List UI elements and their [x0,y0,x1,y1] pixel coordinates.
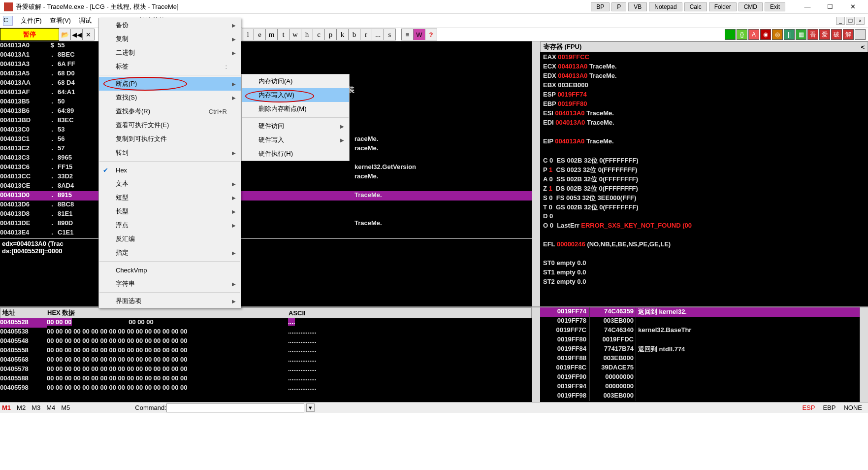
disasm-row[interactable]: 004013A1.8BEC [0,51,532,60]
context-submenu[interactable]: 内存访问(A)内存写入(W)删除内存断点(M)硬件访问▶硬件写入▶硬件执行(H) [241,74,350,161]
menu-item[interactable]: 转到▶ [99,146,241,160]
stack-row[interactable]: 0019FF8477417B74返回到 ntdll.774 [540,345,860,354]
title-btn-exit[interactable]: Exit [765,2,785,11]
letter-btn-b[interactable]: b [348,29,360,40]
menu-item[interactable]: 内存写入(W) [242,88,349,102]
stack-row[interactable]: 0019FF98003EB000 [540,392,860,401]
menu-item[interactable]: 查看(V) [46,15,75,26]
open-icon[interactable]: 📂 [59,29,71,40]
disasm-row[interactable]: 004013C6.FF15x404044]kernel32.GetVersion [0,163,532,172]
sq-11[interactable]: 解 [843,29,854,40]
window-icon[interactable]: W [413,29,425,40]
menu-item[interactable]: 二进制▶ [99,46,241,60]
stack-body[interactable]: 0019FF7474C46359返回到 kernel32.0019FF78003… [540,307,860,402]
status-marker[interactable]: M3 [32,404,40,411]
letter-btn-e[interactable]: e [254,29,266,40]
letter-btn-l[interactable]: l [242,29,254,40]
minimize-button[interactable]: — [796,0,819,13]
letter-btn-p[interactable]: p [324,29,337,40]
disasm-row[interactable]: 004013D6.8BC8 [0,201,532,210]
title-btn-notepad[interactable]: Notepad [649,2,682,11]
letter-btn-w[interactable]: w [289,29,301,40]
sq-12[interactable] [855,29,866,40]
register-header[interactable]: 寄存器 (FPU) < [540,41,868,52]
menu-item[interactable]: 文件(F) [17,15,46,26]
stack-row[interactable]: 0019FF9000000000 [540,373,860,382]
sq-3[interactable]: A [748,29,759,40]
menu-item[interactable]: ✔Hex [99,163,241,177]
stack-row[interactable]: 0019FF7474C46359返回到 kernel32. [540,307,860,317]
hex-header[interactable]: 地址 HEX 数据 ASCII [0,307,532,318]
menu-item[interactable]: 长型▶ [99,204,241,218]
letter-btn-c[interactable]: c [313,29,325,40]
title-btn-cmd[interactable]: CMD [739,2,763,11]
title-btn-vb[interactable]: VB [628,2,647,11]
sq-4[interactable]: ◉ [760,29,771,40]
title-btn-calc[interactable]: Calc [684,2,707,11]
menu-item[interactable]: 查找(S)▶ [99,91,241,104]
sq-10[interactable]: 破 [831,29,842,40]
help-icon[interactable]: ? [425,29,437,40]
disasm-row[interactable]: 004013DE.890D405524],ecxTraceMe. [0,219,532,229]
hex-row[interactable]: 0040558800 00 00 00 00 00 00 00 00 00 00… [0,374,532,384]
mdi-restore[interactable]: ❐ [846,17,855,25]
menu-item[interactable]: 查找参考(R)Ctrl+R [99,104,241,118]
list-icon[interactable]: ≡ [401,29,414,40]
disasm-row[interactable]: 004013CC.33D2raceMe. [0,172,532,182]
mdi-min[interactable]: _ [836,17,845,25]
menu-item[interactable]: 删除内存断点(M) [242,102,349,116]
close-button[interactable]: ✕ [841,0,864,13]
menu-item[interactable]: 复制▶ [99,32,241,46]
menu-item[interactable]: 字符串▶ [99,277,241,291]
mdi-close[interactable]: × [856,17,865,25]
menu-item[interactable]: 硬件访问▶ [242,119,349,133]
menu-item[interactable]: 备份▶ [99,18,241,32]
rewind-icon[interactable]: ◀◀ [70,29,83,40]
sq-5[interactable]: ◎ [772,29,783,40]
menu-item[interactable]: 界面选项▶ [99,294,241,308]
menu-item[interactable]: 查看可执行文件(E) [99,118,241,132]
disasm-row[interactable]: 004013CE.8AD4 [0,182,532,191]
sq-8[interactable]: 吾 [807,29,818,40]
hex-row[interactable]: 0040552800 00 00 00 00 00.... [0,318,532,328]
register-body[interactable]: EAX 0019FFCCECX 004013A0 TraceMe.EDX 004… [540,52,868,306]
status-marker[interactable]: M1 [2,404,11,411]
stack-row[interactable]: 0019FF9400000000 [540,382,860,392]
status-marker[interactable]: M4 [46,404,55,411]
menu-item[interactable]: 硬件执行(H) [242,147,349,161]
sq-2[interactable]: {} [737,29,747,40]
mdi-icon[interactable]: C [3,16,13,26]
hex-body[interactable]: 0040552800 00 00 00 00 00.... 0040553800… [0,318,532,402]
letter-btn-h[interactable]: h [301,29,313,40]
hex-row[interactable]: 0040553800 00 00 00 00 00 00 00 00 00 00… [0,328,532,337]
stack-row[interactable]: 0019FF78003EB000 [540,317,860,326]
hex-row[interactable]: 0040557800 00 00 00 00 00 00 00 00 00 00… [0,365,532,374]
stack-row[interactable]: 0019FF800019FFDC [540,336,860,345]
command-dropdown[interactable]: ▾ [306,403,315,412]
letter-btn-r[interactable]: r [360,29,372,40]
title-btn-folder[interactable]: Folder [709,2,737,11]
status-marker[interactable]: M5 [61,404,70,411]
sq-9[interactable]: 爱 [819,29,830,40]
hex-row[interactable]: 0040556800 00 00 00 00 00 00 00 00 00 00… [0,356,532,365]
hex-row[interactable]: 0040559800 00 00 00 00 00 00 00 00 00 00… [0,384,532,393]
menu-item[interactable]: 硬件写入▶ [242,133,349,147]
menu-item[interactable]: 反汇编 [99,232,241,246]
title-btn-bp[interactable]: BP [591,2,610,11]
stack-row[interactable]: 0019FF8C39DACE75 [540,364,860,373]
letter-btn-s[interactable]: s [384,29,396,40]
menu-item[interactable]: 调试 [75,15,96,26]
sq-6[interactable]: || [784,29,795,40]
menu-item[interactable]: 内存访问(A) [242,74,349,88]
stack-scrollbar[interactable] [860,307,868,402]
stop-icon[interactable]: ✕ [82,29,95,40]
letter-btn-...[interactable]: ... [372,29,384,40]
menu-item[interactable]: 标签: [99,60,241,73]
stack-row[interactable]: 0019FF88003EB000 [540,354,860,364]
sq-7[interactable]: ▦ [796,29,806,40]
menu-item[interactable]: 短型▶ [99,191,241,204]
menu-item[interactable]: 浮点▶ [99,218,241,232]
stack-row[interactable]: 0019FF7C74C46340kernel32.BaseThr [540,326,860,336]
letter-btn-t[interactable]: t [277,29,289,40]
menu-item[interactable]: 指定▶ [99,246,241,260]
